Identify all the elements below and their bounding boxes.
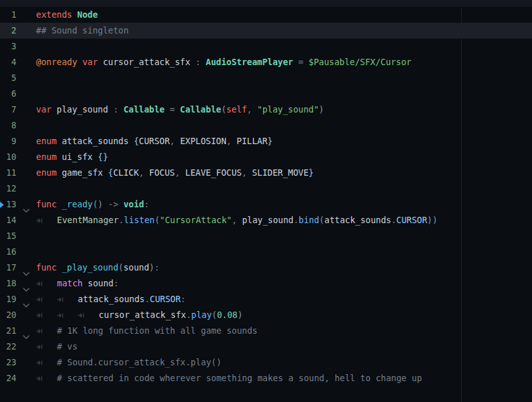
line-number[interactable]: 14	[0, 212, 16, 228]
fold-column	[16, 165, 36, 181]
code-line-11[interactable]: 11enum game_sfx {CLICK, FOCUS, LEAVE_FOC…	[0, 165, 532, 181]
code-line-19[interactable]: 19attack_sounds.CURSOR:	[0, 291, 532, 307]
tab-indent-icon	[36, 291, 57, 307]
line-number[interactable]: 1	[0, 7, 16, 23]
line-number[interactable]: 6	[0, 86, 16, 102]
token-id: sound	[123, 262, 149, 272]
run-indicator-icon[interactable]	[0, 202, 4, 208]
token-pun: (	[154, 215, 159, 225]
line-number[interactable]: 7	[0, 102, 16, 118]
token-id: play_sound	[57, 104, 113, 114]
code-text: cursor_attack_sfx.play(0.08)	[36, 307, 532, 323]
fold-column	[16, 39, 36, 54]
line-number[interactable]: 15	[0, 228, 16, 244]
token-brace: }	[268, 136, 273, 146]
fold-column	[16, 102, 36, 118]
token-com: ## Sound singleton	[36, 25, 128, 35]
editor-pane[interactable]: 1extends Node2## Sound singleton34@onrea…	[0, 7, 532, 402]
code-text: attack_sounds.CURSOR:	[36, 291, 532, 307]
tab-indent-icon	[36, 307, 57, 323]
code-line-8[interactable]: 8	[0, 118, 532, 133]
code-line-20[interactable]: 20cursor_attack_sfx.play(0.08)	[0, 307, 532, 323]
token-op: :	[113, 278, 118, 288]
token-id: SLIDER_MOVE	[252, 168, 308, 178]
token-id: cursor_attack_sfx	[103, 57, 195, 67]
fold-column	[16, 228, 36, 244]
code-line-5[interactable]: 5	[0, 70, 532, 86]
code-text	[36, 228, 532, 244]
line-number[interactable]: 8	[0, 118, 16, 133]
line-number[interactable]: 2	[0, 23, 16, 39]
code-line-12[interactable]: 12	[0, 181, 532, 197]
token-pun: )	[149, 262, 154, 272]
code-text: # vs	[36, 339, 532, 355]
code-line-13[interactable]: 13func _ready() -> void:	[0, 197, 532, 212]
code-line-18[interactable]: 18match sound:	[0, 276, 532, 291]
code-line-2[interactable]: 2## Sound singleton	[0, 23, 532, 39]
token-str: "play_sound"	[257, 104, 319, 114]
line-number[interactable]: 11	[0, 165, 16, 181]
code-line-22[interactable]: 22# vs	[0, 339, 532, 355]
token-brace: {	[108, 168, 113, 178]
code-line-4[interactable]: 4@onready var cursor_attack_sfx : AudioS…	[0, 54, 532, 70]
token-op: .	[145, 294, 150, 304]
line-number[interactable]: 22	[0, 339, 16, 355]
line-number[interactable]: 24	[0, 370, 16, 386]
line-number[interactable]: 19	[0, 291, 16, 307]
line-number[interactable]: 23	[0, 355, 16, 370]
code-line-3[interactable]: 3	[0, 39, 532, 54]
code-line-10[interactable]: 10enum ui_sfx {}	[0, 149, 532, 165]
code-line-14[interactable]: 14EventManager.listen("CursorAttack", pl…	[0, 212, 532, 228]
code-text: enum attack_sounds {CURSOR, EXPLOSION, P…	[36, 133, 532, 149]
token-op: ,	[242, 168, 252, 178]
fold-column	[16, 7, 36, 23]
line-number[interactable]: 3	[0, 39, 16, 54]
code-line-7[interactable]: 7var play_sound : Callable = Callable(se…	[0, 102, 532, 118]
line-number[interactable]: 17	[0, 260, 16, 276]
line-number[interactable]: 18	[0, 276, 16, 291]
token-pun: )	[319, 104, 324, 114]
token-id: ui_sfx	[62, 152, 98, 162]
token-kw: func	[36, 199, 62, 209]
fold-column	[16, 212, 36, 228]
editor-top-bar	[0, 0, 532, 7]
code-line-23[interactable]: 23# Sound.cursor_attack_sfx.play()	[0, 355, 532, 370]
code-line-6[interactable]: 6	[0, 86, 532, 102]
token-brace: }	[309, 168, 314, 178]
code-line-1[interactable]: 1extends Node	[0, 7, 532, 23]
token-brace: }	[103, 152, 108, 162]
line-number[interactable]: 10	[0, 149, 16, 165]
line-number[interactable]: 5	[0, 70, 16, 86]
fold-column	[16, 244, 36, 260]
line-number[interactable]: 20	[0, 307, 16, 323]
code-line-9[interactable]: 9enum attack_sounds {CURSOR, EXPLOSION, …	[0, 133, 532, 149]
token-meth: play	[191, 310, 212, 320]
tab-indent-icon	[36, 355, 57, 370]
code-text	[36, 39, 532, 54]
tab-indent-icon	[36, 323, 57, 339]
line-number[interactable]: 12	[0, 181, 16, 197]
token-enum: CURSOR	[150, 294, 181, 304]
code-text	[36, 118, 532, 133]
token-pun: ()	[92, 199, 102, 209]
line-number[interactable]: 9	[0, 133, 16, 149]
line-number[interactable]: 21	[0, 323, 16, 339]
token-brace: {	[133, 136, 139, 146]
line-number[interactable]: 16	[0, 244, 16, 260]
tab-indent-icon	[78, 307, 99, 323]
code-line-16[interactable]: 16	[0, 244, 532, 260]
line-number[interactable]: 4	[0, 54, 16, 70]
code-lines: 1extends Node2## Sound singleton34@onrea…	[0, 7, 532, 386]
token-com: # 1K long function with all game sounds	[57, 326, 257, 336]
token-op: .	[119, 215, 124, 225]
token-ctrl: match	[57, 278, 88, 288]
code-line-21[interactable]: 21# 1K long function with all game sound…	[0, 323, 532, 339]
fold-column	[16, 197, 36, 212]
token-kw: extends	[36, 9, 77, 20]
token-str: $Pausable/SFX/Cursor	[309, 57, 412, 67]
code-line-15[interactable]: 15	[0, 228, 532, 244]
code-line-17[interactable]: 17func _play_sound(sound):	[0, 260, 532, 276]
code-text: func _play_sound(sound):	[36, 260, 532, 276]
code-line-24[interactable]: 24# scattered in code wherever something…	[0, 370, 532, 386]
token-id: PILLAR	[237, 136, 268, 146]
